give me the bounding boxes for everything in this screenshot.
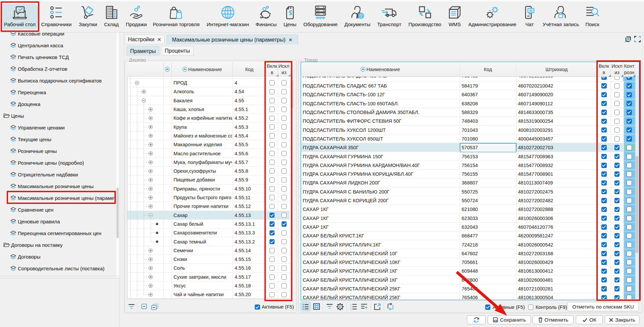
svg-text:3: 3: [350, 309, 352, 310]
